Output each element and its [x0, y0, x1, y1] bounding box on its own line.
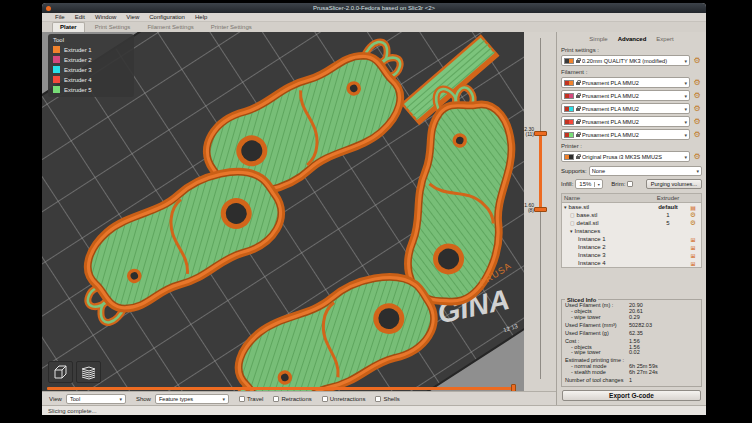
supports-dropdown[interactable]: None ▾	[589, 166, 702, 176]
info-row: Number of tool changes1	[565, 378, 698, 384]
chevron-down-icon: ▾	[684, 119, 687, 125]
retractions-checkbox[interactable]	[273, 396, 279, 402]
menu-item-window[interactable]: Window	[90, 14, 121, 20]
menu-item-view[interactable]: View	[121, 14, 144, 20]
slider-bottom-label: 1.60 (8)	[521, 203, 534, 213]
printer-color-chip	[564, 154, 574, 160]
object-list: Name Extruder ▾base.stl default ▤ ◻base.…	[561, 193, 702, 268]
filament-color-chip	[564, 119, 574, 125]
chevron-down-icon: ▾	[222, 396, 225, 402]
legend-item: Extruder 3	[53, 66, 129, 73]
tab-printer-settings[interactable]: Printer Settings	[204, 23, 259, 32]
instance-icon[interactable]: ⊞	[690, 237, 695, 243]
expander-icon[interactable]: ▾	[570, 228, 573, 234]
mode-tab-advanced[interactable]: Advanced	[618, 36, 647, 42]
chevron-down-icon: ▾	[684, 58, 687, 64]
printer-dropdown[interactable]: Original Prusa i3 MK3S MMU2S ▾	[561, 151, 690, 162]
object-row-volume-detail[interactable]: ◻detail.stl 5 ⚙	[562, 219, 701, 227]
printer-gear-icon[interactable]: ⚙	[692, 152, 702, 162]
shells-checkbox[interactable]	[375, 396, 381, 402]
sliced-info-panel: Sliced Info Used Filament (m) :20.90 - o…	[561, 299, 702, 387]
menu-item-edit[interactable]: Edit	[70, 14, 90, 20]
cube-icon	[52, 365, 69, 380]
filament-1-gear-icon[interactable]: ⚙	[692, 78, 702, 88]
object-row-instance-4[interactable]: Instance 4 ⊞	[562, 259, 701, 267]
object-row-base[interactable]: ▾base.stl default ▤	[562, 203, 701, 211]
lock-icon	[576, 156, 580, 159]
unretractions-checkbox-row: Unretractions	[322, 396, 366, 402]
unretractions-checkbox[interactable]	[322, 396, 328, 402]
object-row-instance-3[interactable]: Instance 3 ⊞	[562, 251, 701, 259]
lock-icon	[576, 82, 580, 85]
lock-icon	[576, 134, 580, 137]
extruder-5-swatch	[53, 86, 60, 93]
lock-icon	[576, 108, 580, 111]
filament-3-gear-icon[interactable]: ⚙	[692, 104, 702, 114]
slider-bottom-handle[interactable]	[534, 207, 547, 212]
legend-item: Extruder 2	[53, 56, 129, 63]
tab-print-settings[interactable]: Print Settings	[88, 23, 138, 32]
show-dropdown[interactable]: Feature types▾	[155, 394, 229, 404]
infill-spinner[interactable]: 15% ▾	[575, 179, 603, 189]
menu-item-file[interactable]: File	[50, 14, 70, 20]
gear-icon[interactable]: ⚙	[690, 219, 696, 226]
print-settings-gear-icon[interactable]: ⚙	[692, 56, 702, 66]
legend-title: Tool	[53, 37, 129, 43]
filament-2-dropdown[interactable]: Prusament PLA MMU2 ▾	[561, 90, 690, 101]
instance-icon[interactable]: ⊞	[690, 245, 695, 251]
mode-tab-expert[interactable]: Expert	[656, 36, 673, 42]
show-label: Show	[136, 396, 151, 402]
expander-icon[interactable]: ▾	[564, 204, 567, 210]
horizontal-layer-slider[interactable]	[47, 387, 514, 390]
travel-checkbox[interactable]	[239, 396, 245, 402]
mesh-icon: ◻	[570, 220, 575, 226]
export-gcode-button[interactable]: Export G-code	[562, 390, 701, 401]
slider-top-label: 2.30 (11)	[521, 127, 534, 137]
gear-icon[interactable]: ⚙	[690, 211, 696, 218]
vertical-slider-range[interactable]	[539, 134, 542, 210]
brim-checkbox[interactable]	[627, 181, 633, 187]
hslider-handle[interactable]	[511, 384, 516, 391]
extruder-3-swatch	[53, 66, 60, 73]
tab-plater[interactable]: Plater	[52, 22, 85, 32]
filament-color-chip	[564, 93, 574, 99]
filament-5-gear-icon[interactable]: ⚙	[692, 130, 702, 140]
title-bar[interactable]: PrusaSlicer-2.0.0-Fedora based on Slic3r…	[42, 3, 706, 13]
print-settings-label: Print settings :	[561, 47, 702, 53]
filament-4-gear-icon[interactable]: ⚙	[692, 117, 702, 127]
filament-3-dropdown[interactable]: Prusament PLA MMU2 ▾	[561, 103, 690, 114]
filament-color-chip	[564, 80, 574, 86]
layers-view-button[interactable]	[76, 361, 101, 383]
info-row: Used Filament (g)62.35	[565, 331, 698, 337]
status-bar: Slicing complete...	[42, 405, 706, 415]
spinner-down-icon[interactable]: ▾	[594, 182, 602, 187]
filament-5-dropdown[interactable]: Prusament PLA MMU2 ▾	[561, 129, 690, 140]
menu-item-help[interactable]: Help	[190, 14, 212, 20]
object-row-volume-base[interactable]: ◻base.stl 1 ⚙	[562, 211, 701, 219]
view-dropdown[interactable]: Tool▾	[66, 394, 126, 404]
3d-viewport[interactable]: GINA 12 13 PRUSA	[42, 32, 524, 391]
menu-item-configuration[interactable]: Configuration	[144, 14, 190, 20]
filament-2-gear-icon[interactable]: ⚙	[692, 91, 702, 101]
filament-1-dropdown[interactable]: Prusament PLA MMU2 ▾	[561, 77, 690, 88]
3d-view-button[interactable]	[48, 361, 73, 383]
view-label: View	[49, 396, 62, 402]
filament-color-chip	[564, 106, 574, 112]
object-row-instance-1[interactable]: Instance 1 ⊞	[562, 235, 701, 243]
tab-filament-settings[interactable]: Filament Settings	[140, 23, 200, 32]
window-title: PrusaSlicer-2.0.0-Fedora based on Slic3r…	[313, 5, 435, 11]
print-settings-dropdown[interactable]: 0.20mm QUALITY MK3 (modified) ▾	[561, 55, 690, 66]
filament-4-dropdown[interactable]: Prusament PLA MMU2 ▾	[561, 116, 690, 127]
layers-icon	[80, 365, 97, 380]
menu-bar: File Edit Window View Configuration Help	[42, 13, 706, 22]
instance-icon[interactable]: ⊞	[690, 261, 695, 267]
shells-checkbox-row: Shells	[375, 396, 399, 402]
instance-icon[interactable]: ⊞	[690, 253, 695, 259]
print-sheet-icon[interactable]: ▤	[690, 205, 696, 211]
object-row-instances[interactable]: ▾Instances	[562, 227, 701, 235]
slider-top-handle[interactable]	[534, 131, 547, 136]
object-row-instance-2[interactable]: Instance 2 ⊞	[562, 243, 701, 251]
mode-tab-simple[interactable]: Simple	[589, 36, 607, 42]
purging-volumes-button[interactable]: Purging volumes...	[646, 179, 702, 189]
chevron-down-icon: ▾	[684, 132, 687, 138]
